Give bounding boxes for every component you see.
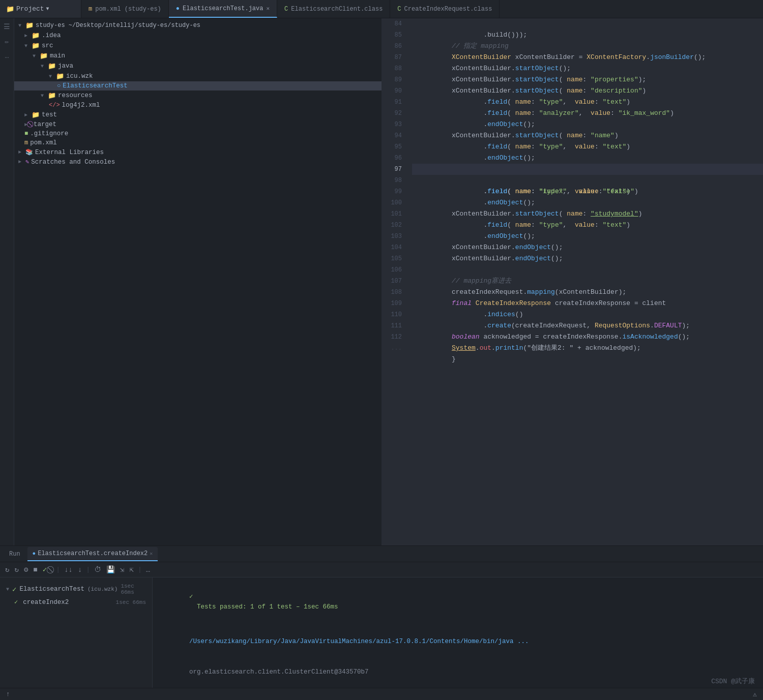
lightbulb-icon[interactable]: 💡 [408,175,409,186]
test-item-elasticsearchtest[interactable]: ▼ ✓ ElasticsearchTest (icu.wzk) 1sec 66m… [0,582,152,597]
tree-arrow-src: ▼ [24,43,30,49]
tree-label-test: test [42,111,57,118]
toolbar-sort-desc[interactable]: ↓ [77,565,83,575]
tree-icon-xml: </> [49,102,60,109]
bottom-content: ▼ ✓ ElasticsearchTest (icu.wzk) 1sec 66m… [0,577,763,688]
console-line-1: /Users/wuzikang/Library/Java/JavaVirtual… [159,626,757,657]
project-folder-icon: 📁 [6,5,14,13]
tree-item-scratches[interactable]: ► ✎ Scratches and Consoles [14,157,382,167]
tree-item-log4j2[interactable]: </> log4j2.xml [14,101,382,110]
ln-85: 85 [382,29,402,41]
code-lines[interactable]: .build())); // 指定 mapping XContentBuilde… [408,18,763,545]
code-line-103: xContentBuilder.endObject(); [412,231,763,242]
sidebar-icon-1[interactable]: ☰ [4,22,10,31]
ln-92: 92 [382,108,402,119]
ln-102: 102 [382,220,402,231]
tree-arrow-root: ▼ [18,23,23,28]
tree-item-extlib[interactable]: ► 📚 External Libraries [14,147,382,157]
toolbar-collapse[interactable]: ⇱ [128,564,134,575]
tree-folder-resources: 📁 [48,92,56,100]
tree-icon-ignore: ■ [24,130,28,137]
tree-item-main[interactable]: ▼ 📁 main [14,51,382,61]
tree-folder-root: 📁 [25,21,34,29]
tab-elasticsearchtest[interactable]: ● ElasticsearchTest.java ✕ [169,0,277,18]
tab-close-elasticsearchtest[interactable]: ✕ [266,5,270,12]
tree-item-elasticsearchtest[interactable]: ○ ElasticsearchTest [14,81,382,90]
tab-label-pom: pom.xml (study-es) [95,6,161,13]
test-item-createindex2[interactable]: ✓ createIndex2 1sec 66ms [0,597,152,607]
bottom-tab-test-close[interactable]: ✕ [150,551,153,557]
toolbar-timer[interactable]: ⏱ [93,565,102,575]
ln-84: 84 [382,18,402,29]
test-duration-sub: 1sec 66ms [116,599,146,605]
toolbar-expand[interactable]: ⇲ [119,564,125,575]
tree-label-extlib: External Libraries [35,149,104,156]
tree-item-java[interactable]: ▼ 📁 java [14,61,382,71]
code-line-98: .field( name: "index", value: "false") [412,175,763,186]
tree-label-main: main [50,52,65,59]
tree-item-icuwzk[interactable]: ▼ 📁 icu.wzk [14,71,382,81]
console-output[interactable]: ✓ Tests passed: 1 of 1 test – 1sec 66ms … [153,577,763,688]
code-line-94: .field( name: "type", value: "text") [412,130,763,141]
ln-111: 111 [382,320,402,331]
toolbar-export[interactable]: 💾 [105,564,116,575]
status-icon-right[interactable]: ⚠ [753,690,757,698]
console-line-pass: ✓ Tests passed: 1 of 1 test – 1sec 66ms [159,582,757,622]
console-line-2: org.elasticsearch.client.ClusterClient@3… [159,657,757,687]
code-content[interactable]: 84 85 86 87 88 89 90 91 92 93 94 95 96 9… [382,18,763,545]
tree-folder-java: 📁 [48,62,56,70]
ln-110: 110 [382,309,402,320]
toolbar-more[interactable]: … [145,565,151,575]
bottom-tab-test[interactable]: ● ElasticsearchTest.createIndex2 ✕ [27,547,158,561]
tab-icon-j: ● [176,5,180,12]
tree-item-target[interactable]: ► ⃠ target [14,120,382,129]
tab-icon-m: m [89,6,92,13]
tree-icon-extlib: 📚 [25,148,33,156]
code-line-92: .endObject(); [412,108,763,119]
toolbar-stop[interactable]: ■ [32,565,38,575]
code-line-89: xContentBuilder.startObject( name: "desc… [412,74,763,85]
ln-106: 106 [382,264,402,276]
toolbar-sort-asc[interactable]: ↓↓ [63,565,74,575]
tree-icon-java: ○ [57,82,61,89]
project-button[interactable]: 📁 Project ▼ [0,0,81,18]
test-duration-main: 1sec 66ms [121,583,146,595]
test-pass-icon-sub: ✓ [14,598,18,606]
test-name-sub: createIndex2 [21,599,69,606]
sidebar-icon-2[interactable]: ✏ [5,37,9,46]
tree-item-idea[interactable]: ► 📁 .idea [14,31,382,41]
tree-item-test[interactable]: ► 📁 test [14,110,382,120]
ln-107: 107 [382,276,402,287]
toolbar-rerun2[interactable]: ↻ [13,564,19,575]
toolbar-ignore[interactable]: ⃠ [51,565,53,575]
toolbar-rerun[interactable]: ↻ [4,564,10,575]
status-icon-left[interactable]: ↑ [6,690,10,698]
ln-100: 100 [382,197,402,208]
tree-label-elasticsearchtest: ElasticsearchTest [63,82,128,89]
tree-arrow-main: ▼ [33,53,38,59]
tree-item-src[interactable]: ▼ 📁 src [14,41,382,51]
bottom-panel: Run ● ElasticsearchTest.createIndex2 ✕ ↻… [0,545,763,688]
code-line-100: xContentBuilder.startObject( name: "stud… [412,197,763,208]
bottom-tab-run[interactable]: Run [4,547,25,561]
tree-item-root[interactable]: ▼ 📁 study-es ~/Desktop/intellij/study-es… [14,20,382,31]
tab-pom[interactable]: m pom.xml (study-es) [81,0,169,18]
code-line-96: xContentBuilder.startObject( name: "pic"… [412,153,763,164]
console-cluster-text: org.elasticsearch.client.ClusterClient@3… [189,668,369,676]
tree-item-gitignore[interactable]: ■ .gitignore [14,129,382,138]
ln-87: 87 [382,52,402,63]
sidebar-icon-3[interactable]: … [5,52,9,60]
tree-item-resources[interactable]: ▼ 📁 resources [14,90,382,101]
tree-arrow-test: ► [24,112,30,118]
watermark: CSDN @武子康 [711,677,755,686]
tree-arrow-target: ► [24,122,30,128]
tab-client[interactable]: C ElasticsearchClient.class [277,0,390,18]
tab-createindex[interactable]: C CreateIndexRequest.class [390,0,500,18]
ln-105: 105 [382,253,402,264]
sidebar-wrapper: ☰ ✏ … ▼ 📁 study-es ~/Desktop/intellij/st… [0,18,382,545]
tree-label-java: java [58,63,73,70]
toolbar-pass[interactable]: ✓ [42,564,48,575]
status-bar: ↑ ⚠ [0,688,763,700]
tree-item-pomxml[interactable]: m pom.xml [14,138,382,147]
toolbar-settings[interactable]: ⚙ [23,564,29,575]
